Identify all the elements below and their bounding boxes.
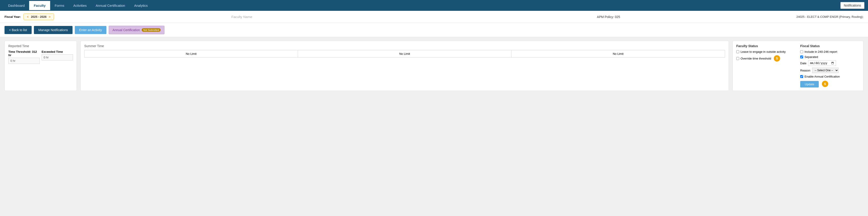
fiscal-year-value: 2025 - 2026 xyxy=(31,15,46,19)
include-report-label: Include in 240-246 report xyxy=(805,50,837,53)
department-info: 24025 - ELECT & COMP ENGR (Primary, Rout… xyxy=(796,15,864,19)
include-report-checkbox[interactable] xyxy=(800,50,803,53)
enable-annual-label: Enable Annual Certification xyxy=(805,75,840,78)
faculty-status-section: Faculty Status Leave to engage in outsid… xyxy=(736,44,796,87)
date-label: Date xyxy=(800,62,806,65)
override-threshold-label: Override time threshold xyxy=(741,57,771,60)
fiscal-year-row: Fiscal Year: < 2025 - 2026 > Faculty Nam… xyxy=(0,11,868,23)
summer-time-table: No Limit No Limit No Limit xyxy=(84,50,725,58)
date-input[interactable] xyxy=(808,61,836,66)
step5-badge: 5 xyxy=(774,55,780,62)
summer-col2: No Limit xyxy=(298,50,512,58)
step6-badge: 6 xyxy=(822,81,828,87)
summer-col3: No Limit xyxy=(512,50,725,58)
nav-annual-certification[interactable]: Annual Certification xyxy=(91,1,130,10)
enable-annual-certification-checkbox[interactable] xyxy=(800,75,803,78)
reported-time-title: Reported Time xyxy=(8,44,73,48)
faculty-status-title: Faculty Status xyxy=(736,44,796,48)
enter-activity-button[interactable]: Enter an Activity xyxy=(75,26,106,34)
reported-time-card: Reported Time Time Threshold: 312 hr Exc… xyxy=(4,41,77,91)
fiscal-prev-button[interactable]: < xyxy=(26,15,30,19)
nav-dashboard[interactable]: Dashboard xyxy=(4,1,29,10)
separated-label: Separated xyxy=(805,55,818,59)
nav-forms[interactable]: Forms xyxy=(50,1,69,10)
faculty-name: Faculty Name xyxy=(63,15,421,19)
apm-policy: APM Policy: 025 xyxy=(430,15,787,19)
threshold-label: Time Threshold: 312 hr xyxy=(8,50,40,57)
fiscal-status-title: Fiscal Status xyxy=(800,44,860,48)
fiscal-status-section: Fiscal Status Include in 240-246 report … xyxy=(800,44,860,87)
summer-time-title: Summer Time xyxy=(84,44,725,48)
annual-cert-label: Annual Certification xyxy=(113,28,140,32)
top-navigation: Dashboard Faculty Forms Activities Annua… xyxy=(0,0,868,11)
exceeded-input[interactable] xyxy=(41,55,73,61)
main-content: Reported Time Time Threshold: 312 hr Exc… xyxy=(0,37,868,95)
nav-faculty[interactable]: Faculty xyxy=(29,1,50,10)
annual-certification-button[interactable]: Annual Certification Not Submitted xyxy=(109,26,164,34)
fiscal-year-label: Fiscal Year: xyxy=(4,15,21,19)
leave-outside-checkbox[interactable] xyxy=(736,50,739,53)
threshold-input[interactable] xyxy=(8,58,40,64)
separated-checkbox[interactable] xyxy=(800,56,803,59)
override-threshold-checkbox[interactable] xyxy=(736,57,739,60)
not-submitted-badge: Not Submitted xyxy=(142,28,161,32)
status-card: Faculty Status Leave to engage in outsid… xyxy=(733,41,864,91)
notifications-button[interactable]: Notifications xyxy=(840,2,864,9)
reason-select[interactable]: -- Select One -- xyxy=(812,68,839,73)
back-to-list-button[interactable]: < Back to list xyxy=(4,26,32,34)
fiscal-year-navigator: < 2025 - 2026 > xyxy=(24,13,54,20)
nav-analytics[interactable]: Analytics xyxy=(130,1,152,10)
action-buttons-row: < Back to list Manage Notifications Ente… xyxy=(0,23,868,37)
update-button[interactable]: Update xyxy=(800,81,819,87)
summer-col1: No Limit xyxy=(85,50,298,58)
fiscal-next-button[interactable]: > xyxy=(48,15,52,19)
exceeded-label: Exceeded Time xyxy=(41,50,73,53)
summer-time-card: Summer Time No Limit No Limit No Limit xyxy=(81,41,729,91)
manage-notifications-button[interactable]: Manage Notifications xyxy=(34,26,72,34)
reason-label: Reason xyxy=(800,69,810,72)
leave-outside-label: Leave to engage in outside activity xyxy=(741,50,785,53)
nav-activities[interactable]: Activities xyxy=(69,1,91,10)
